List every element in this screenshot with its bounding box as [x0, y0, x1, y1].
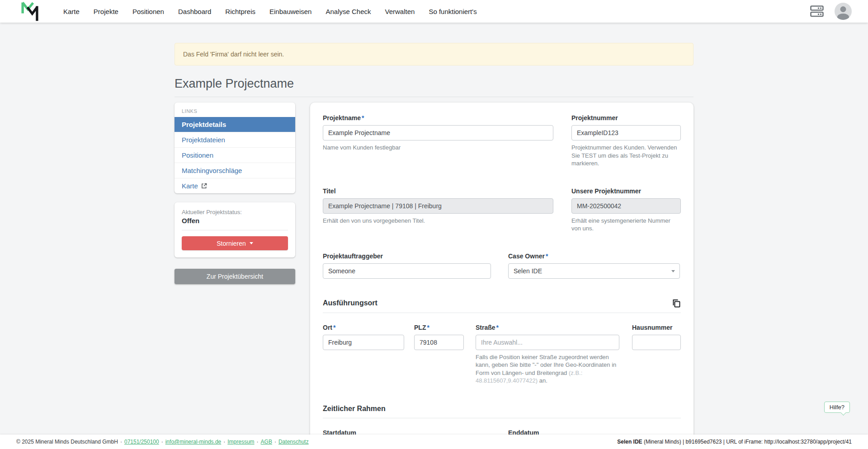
strasse-helper-text: Falls die Position keiner Straße zugeord… — [476, 354, 616, 376]
footer-agb-link[interactable]: AGB — [261, 439, 272, 445]
user-avatar[interactable] — [835, 3, 852, 20]
nav-item-karte[interactable]: Karte — [63, 8, 80, 15]
label-text: Projektname — [323, 114, 361, 122]
case-owner-select[interactable]: Selen IDE — [508, 263, 680, 279]
projektauftraggeber-input[interactable] — [323, 263, 491, 279]
projektname-helper: Name vom Kunden festlegbar — [323, 144, 553, 152]
help-button[interactable]: Hilfe? — [824, 402, 850, 413]
nav-item-projekte[interactable]: Projekte — [94, 8, 118, 15]
sidebar-item-positionen[interactable]: Positionen — [175, 147, 295, 163]
case-owner-selected-value: Selen IDE — [514, 267, 542, 275]
zeitlicher-rahmen-section-heading: Zeitlicher Rahmen — [323, 405, 681, 418]
copy-icon[interactable] — [672, 299, 681, 308]
links-card: LINKS Projektdetails Projektdateien Posi… — [175, 103, 295, 193]
nav-item-so-funktionierts[interactable]: So funktioniert's — [429, 8, 476, 15]
nav-item-verwalten[interactable]: Verwalten — [385, 8, 415, 15]
ort-input[interactable] — [323, 335, 404, 350]
plz-input[interactable] — [414, 335, 464, 350]
nav-menu: Karte Projekte Positionen Dashboard Rich… — [63, 8, 477, 15]
label-text: PLZ — [414, 324, 426, 331]
footer-impressum-link[interactable]: Impressum — [227, 439, 254, 445]
projektname-label: Projektname* — [323, 114, 553, 122]
footer-separator — [159, 439, 165, 445]
page-title: Example Projectname — [175, 77, 693, 91]
footer-left: © 2025 Mineral Minds Deutschland GmbH 07… — [16, 439, 309, 445]
projektnummer-helper: Projektnummer des Kunden. Verwenden Sie … — [571, 144, 681, 168]
hausnummer-label: Hausnummer — [632, 324, 681, 331]
plz-label: PLZ* — [414, 324, 464, 331]
validation-alert: Das Feld 'Firma' darf nicht leer sein. — [175, 43, 693, 65]
external-link-icon — [201, 183, 207, 189]
projektauftraggeber-label: Projektauftraggeber — [323, 253, 491, 260]
footer-separator — [255, 439, 261, 445]
chevron-down-icon — [250, 242, 253, 244]
footer-session-info: Selen IDE (Mineral Minds) | b91695ed7623… — [617, 439, 852, 445]
nav-item-positionen[interactable]: Positionen — [132, 8, 164, 15]
footer-copyright: © 2025 Mineral Minds Deutschland GmbH — [16, 439, 118, 445]
sidebar-item-projektdetails[interactable]: Projektdetails — [175, 117, 295, 132]
unsere-projektnummer-input — [571, 198, 681, 214]
titel-label: Titel — [323, 187, 553, 195]
unsere-projektnummer-helper: Erhält eine systemgenerierte Nummer von … — [571, 217, 681, 233]
sidebar-item-karte[interactable]: Karte — [175, 178, 295, 193]
zur-projektuebersicht-button[interactable]: Zur Projektübersicht — [175, 269, 295, 284]
label-text: Ort — [323, 324, 332, 331]
sidebar-item-label: Matchingvorschläge — [182, 167, 242, 174]
startdatum-label: Startdatum — [323, 429, 491, 435]
footer-phone-link[interactable]: 07151/250100 — [124, 439, 159, 445]
hausnummer-input[interactable] — [632, 335, 681, 350]
footer: © 2025 Mineral Minds Deutschland GmbH 07… — [0, 435, 868, 449]
status-label: Aktueller Projektstatus: — [182, 209, 288, 215]
sidebar-item-matchingvorschlaege[interactable]: Matchingvorschläge — [175, 163, 295, 178]
title-divider — [175, 97, 693, 97]
nav-item-dashboard[interactable]: Dashboard — [178, 8, 211, 15]
top-navigation: Karte Projekte Positionen Dashboard Rich… — [0, 0, 868, 23]
projektnummer-label: Projektnummer — [571, 114, 681, 122]
links-card-header: LINKS — [175, 103, 295, 117]
label-text: Case Owner — [508, 253, 545, 260]
nav-item-richtpreis[interactable]: Richtpreis — [225, 8, 255, 15]
project-details-form: Projektname* Name vom Kunden festlegbar … — [310, 103, 693, 435]
titel-input — [323, 198, 553, 214]
sidebar-item-label: Projektdateien — [182, 136, 225, 144]
sidebar-item-label: Karte — [182, 182, 198, 190]
nav-item-analyse-check[interactable]: Analyse Check — [326, 8, 371, 15]
footer-user-name: Selen IDE — [617, 439, 642, 445]
avatar-head-icon — [840, 6, 846, 12]
footer-separator — [221, 439, 227, 445]
footer-separator — [118, 439, 124, 445]
footer-session-details: (Mineral Minds) | b91695ed7623 | URL of … — [642, 439, 852, 445]
enddatum-label: Enddatum — [508, 429, 680, 435]
projektnummer-input[interactable] — [571, 125, 681, 140]
status-divider — [182, 230, 288, 230]
section-title: Ausführungsort — [323, 299, 377, 307]
ort-label: Ort* — [323, 324, 404, 331]
ausfuehrungsort-section-heading: Ausführungsort — [323, 299, 681, 313]
page-content: Das Feld 'Firma' darf nicht leer sein. E… — [0, 23, 868, 435]
footer-email-link[interactable]: info@mineral-minds.de — [165, 439, 222, 445]
status-value: Offen — [182, 217, 288, 224]
strasse-input[interactable] — [476, 335, 619, 350]
stornieren-button[interactable]: Stornieren — [182, 236, 288, 250]
project-status-card: Aktueller Projektstatus: Offen Storniere… — [175, 202, 295, 257]
strasse-label: Straße* — [476, 324, 619, 331]
server-stack-icon[interactable] — [810, 5, 824, 17]
sidebar-item-projektdateien[interactable]: Projektdateien — [175, 132, 295, 147]
strasse-helper-suffix: an. — [538, 377, 547, 384]
required-asterisk: * — [333, 324, 335, 331]
footer-datenschutz-link[interactable]: Datenschutz — [278, 439, 309, 445]
left-sidebar: LINKS Projektdetails Projektdateien Posi… — [175, 103, 295, 284]
required-asterisk: * — [362, 114, 364, 122]
projektname-input[interactable] — [323, 125, 553, 140]
strasse-helper: Falls die Position keiner Straße zugeord… — [476, 353, 619, 385]
section-title: Zeitlicher Rahmen — [323, 405, 386, 413]
required-asterisk: * — [546, 253, 548, 260]
nav-right-icons — [810, 3, 852, 20]
avatar-body-icon — [837, 14, 849, 20]
nav-item-einbauweisen[interactable]: Einbauweisen — [269, 8, 311, 15]
required-asterisk: * — [427, 324, 429, 331]
label-text: Straße — [476, 324, 495, 331]
case-owner-label: Case Owner* — [508, 253, 680, 260]
mineral-minds-logo-icon[interactable] — [20, 1, 40, 22]
unsere-projektnummer-label: Unsere Projektnummer — [571, 187, 681, 195]
